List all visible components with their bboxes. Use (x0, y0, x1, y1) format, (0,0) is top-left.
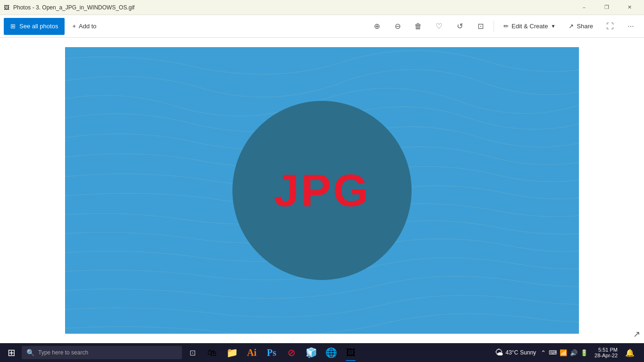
opera-icon: ⊘ (288, 347, 296, 358)
taskbar-photoshop-icon[interactable]: Ps (262, 343, 281, 362)
chrome-icon: 🌐 (325, 347, 337, 358)
taskbar-photos-icon[interactable]: 🖼 (341, 343, 360, 362)
fit-button[interactable]: ⛶ (601, 18, 619, 35)
system-tray: 🌤 43°C Sunny ⌃ ⌨ 📶 🔊 🔋 5:51 PM 28-Apr-22… (488, 343, 642, 362)
delete-button[interactable]: 🗑 (409, 18, 428, 35)
close-button[interactable]: ✕ (619, 0, 640, 15)
weather-temp: 43°C (505, 349, 518, 356)
taskbar-illustrator-icon[interactable]: Ai (242, 343, 261, 362)
image-container: .tline { fill: none; stroke: rgba(100,17… (65, 47, 579, 334)
network-icon[interactable]: 📶 (560, 349, 567, 356)
taskbar-files-icon[interactable]: 📁 (223, 343, 241, 362)
window-controls: − ❐ ✕ (573, 0, 640, 15)
toolbar: ⊞ See all photos + Add to ⊕ ⊖ 🗑 ♡ ↺ ⊡ ✏ … (0, 15, 644, 38)
taskbar-3d-icon[interactable]: 🧊 (302, 343, 321, 362)
rotate-button[interactable]: ↺ (450, 18, 469, 35)
chevron-down-icon: ▼ (551, 24, 555, 29)
tray-icons: ⌃ ⌨ 📶 🔊 🔋 (541, 349, 588, 356)
displayed-image: .tline { fill: none; stroke: rgba(100,17… (65, 47, 579, 334)
notification-icon: 🔔 (625, 348, 635, 357)
share-button[interactable]: ↗ Share (563, 18, 599, 35)
title-bar: 🖼 Photos - 3. Open_a_JPG_in_WINDOWS_OS.g… (0, 0, 644, 15)
crop-button[interactable]: ⊡ (471, 18, 490, 35)
zoom-out-button[interactable]: ⊖ (388, 18, 407, 35)
photos-icon: ⊞ (10, 23, 16, 30)
photos-taskbar-icon: 🖼 (346, 347, 355, 358)
see-all-photos-label: See all photos (19, 23, 58, 30)
add-to-button[interactable]: + Add to (66, 18, 102, 35)
illustrator-icon: Ai (247, 347, 256, 358)
toolbar-divider (494, 21, 494, 32)
task-view-icon: ⊡ (190, 348, 196, 357)
crop-icon: ⊡ (478, 22, 484, 31)
notification-center-button[interactable]: 🔔 (621, 343, 638, 362)
add-icon: + (72, 23, 76, 30)
window-title: Photos - 3. Open_a_JPG_in_WINDOWS_OS.gif (13, 4, 134, 11)
see-all-photos-button[interactable]: ⊞ See all photos (4, 18, 65, 35)
builder-icon: 🧊 (305, 347, 317, 358)
taskbar-store-icon[interactable]: 🛍 (203, 343, 222, 362)
maximize-button[interactable]: ❐ (596, 0, 618, 15)
date-display: 28-Apr-22 (594, 353, 618, 358)
weather-icon: 🌤 (495, 348, 504, 358)
zoom-in-button[interactable]: ⊕ (367, 18, 386, 35)
heart-icon: ♡ (436, 22, 442, 31)
app-icon: 🖼 (4, 4, 9, 11)
windows-icon: ⊞ (8, 347, 16, 358)
more-icon: ··· (627, 22, 634, 31)
edit-create-button[interactable]: ✏ Edit & Create ▼ (498, 18, 561, 35)
chevron-up-icon[interactable]: ⌃ (541, 349, 546, 356)
taskbar-search[interactable]: 🔍 Type here to search (22, 346, 182, 359)
search-placeholder-text: Type here to search (38, 349, 88, 356)
rotate-icon: ↺ (457, 22, 463, 31)
edit-icon: ✏ (504, 23, 509, 30)
edit-create-label: Edit & Create (512, 23, 548, 30)
add-label: Add to (79, 23, 97, 30)
clock[interactable]: 5:51 PM 28-Apr-22 (593, 347, 619, 358)
share-icon: ↗ (569, 23, 574, 30)
minimize-button[interactable]: − (573, 0, 595, 15)
taskbar-opera-icon[interactable]: ⊘ (282, 343, 301, 362)
taskbar: ⊞ 🔍 Type here to search ⊡ 🛍 📁 Ai Ps ⊘ 🧊 … (0, 343, 644, 362)
expand-icon[interactable]: ↗ (633, 329, 640, 339)
zoom-in-icon: ⊕ (374, 22, 380, 31)
battery-icon[interactable]: 🔋 (580, 349, 588, 356)
files-icon: 📁 (226, 347, 238, 358)
zoom-out-icon: ⊖ (395, 22, 401, 31)
start-button[interactable]: ⊞ (2, 343, 21, 362)
fit-icon: ⛶ (606, 22, 614, 31)
time-display: 5:51 PM (598, 347, 618, 353)
photoshop-icon: Ps (267, 347, 276, 358)
jpg-label: JPG (274, 165, 370, 216)
search-icon: 🔍 (26, 349, 34, 356)
main-image-area: .tline { fill: none; stroke: rgba(100,17… (0, 38, 644, 343)
keyboard-icon[interactable]: ⌨ (549, 349, 557, 356)
share-label: Share (577, 23, 593, 30)
more-button[interactable]: ··· (621, 18, 640, 35)
weather-desc: Sunny (520, 349, 536, 356)
volume-icon[interactable]: 🔊 (570, 349, 578, 356)
weather-widget[interactable]: 🌤 43°C Sunny (492, 348, 539, 358)
task-view-button[interactable]: ⊡ (183, 343, 202, 362)
store-icon: 🛍 (207, 347, 217, 358)
taskbar-chrome-icon[interactable]: 🌐 (322, 343, 340, 362)
center-circle: JPG (232, 101, 412, 280)
delete-icon: 🗑 (414, 22, 422, 31)
favorite-button[interactable]: ♡ (429, 18, 448, 35)
